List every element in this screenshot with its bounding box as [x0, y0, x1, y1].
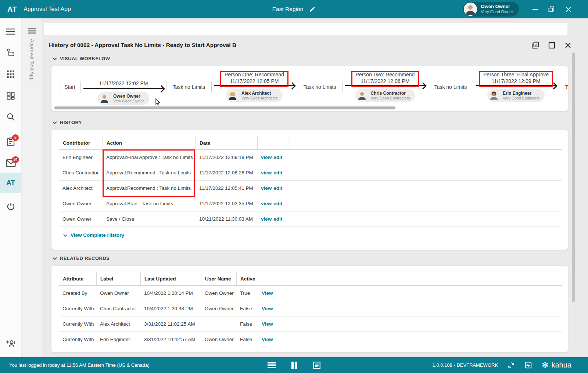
edit-link[interactable]: edit: [273, 170, 282, 175]
history-row: Erin Engineer Approval:Final Approve : T…: [59, 150, 562, 165]
person-avatar: [99, 93, 110, 104]
workflow-step: Person Three: Final Approve 11/17/2022 1…: [473, 71, 559, 102]
sidebar-item-add-users[interactable]: [0, 336, 21, 351]
maximize-panel-button[interactable]: [548, 41, 556, 49]
version-label: 1.0.0.108 - DEVFRAMEWORK: [433, 362, 498, 368]
view-link[interactable]: view: [261, 185, 272, 191]
user-name: Owen Owner: [481, 4, 513, 10]
hamburger-icon: [6, 28, 15, 35]
section-history[interactable]: HISTORY: [53, 120, 82, 125]
history-table-header: Contributor Action Date: [59, 136, 562, 150]
window-minimize-button[interactable]: [531, 5, 539, 14]
related-row: Currently With Chris Contractor 10/4/202…: [59, 301, 562, 316]
view-link[interactable]: view: [261, 201, 272, 206]
sidebar-item-workflow[interactable]: [0, 46, 21, 60]
edit-link[interactable]: edit: [273, 216, 282, 222]
kahua-wordmark: kahua: [552, 361, 572, 369]
open-in-window-button[interactable]: 2: [531, 41, 539, 49]
visual-workflow-card: Start 11/17/2022 12:02 PM Owen OwnerVery…: [51, 66, 568, 111]
sidebar-item-approval-test-app-active[interactable]: AT: [0, 173, 21, 193]
related-records-table: Attribute Label Last Updated User Name A…: [59, 272, 562, 347]
kahua-brand: ✻ kahua: [542, 361, 571, 369]
workflow-node-task-clipped[interactable]: Task no Limits: [559, 81, 568, 93]
titlebar: AT Approval Test App East Region Owen Ow…: [0, 0, 588, 18]
workflow-person-pill: Owen OwnerVery Good Owner: [98, 92, 149, 105]
power-icon: [6, 202, 15, 211]
section-visual-workflow[interactable]: VISUAL WORKFLOW: [53, 56, 110, 61]
history-row: Owen Owner Approval:Start : Task no Limi…: [59, 196, 562, 211]
view-complete-history-link[interactable]: View Complete History: [63, 232, 562, 238]
chevron-down-icon: [53, 57, 57, 60]
statusbar: You last logged in today at 11:56 AM Eas…: [0, 357, 588, 373]
chevron-down-icon: [53, 257, 57, 260]
workflow-node-start[interactable]: Start: [59, 81, 81, 93]
view-link[interactable]: View: [262, 306, 273, 311]
view-link[interactable]: View: [262, 290, 273, 296]
history-row: Alex Architect Approval:Recommend : Task…: [59, 181, 562, 196]
detail-view-button[interactable]: [313, 362, 320, 369]
main-area: History of 0002 - Approval Task No Limit…: [42, 18, 588, 357]
user-menu[interactable]: Owen Owner Very Good Owner: [463, 2, 519, 17]
split-view-button[interactable]: [291, 362, 298, 369]
history-card: Contributor Action Date Erin Engineer Ap…: [51, 130, 568, 250]
sidebar-item-messages[interactable]: 34: [0, 156, 21, 170]
workflow-step: 11/17/2022 12:02 PM Owen OwnerVery Good …: [81, 71, 166, 105]
app-title: Approval Test App: [24, 6, 71, 12]
view-link[interactable]: view: [261, 170, 272, 175]
sidebar-divider: [0, 124, 21, 124]
related-records-card: Attribute Label Last Updated User Name A…: [51, 266, 568, 352]
related-row: Currently With Erin Engineer 3/31/2022 1…: [59, 332, 562, 347]
rail-menu-button[interactable]: [22, 23, 42, 38]
rail-app-title: Approval Test App: [29, 39, 35, 81]
menu-hamburger-button[interactable]: [0, 24, 21, 39]
workflow-horizontal-scrollbar[interactable]: [54, 106, 395, 109]
workflow-step-label-highlighted: Person Three: Final Approve 11/17/2022 1…: [479, 71, 553, 87]
workflow-node-task[interactable]: Task no Limits: [428, 81, 473, 93]
add-person-icon: [6, 339, 16, 348]
apps-grid-icon: [6, 70, 15, 79]
edit-link[interactable]: edit: [273, 201, 282, 206]
chevron-down-icon: [53, 121, 57, 124]
workflow-person-pill: Erin EngineerVery Good Engineers: [487, 89, 545, 102]
sidebar-item-apps[interactable]: [0, 67, 21, 82]
workflow-step: Person One: Recommend 11/17/2022 12:05 P…: [212, 71, 297, 102]
workflow-node-task[interactable]: Task no Limits: [297, 81, 343, 93]
window-close-button[interactable]: [564, 5, 573, 14]
edit-link[interactable]: edit: [273, 155, 282, 160]
page-title: History of 0002 - Approval Task No Limit…: [49, 42, 236, 48]
history-row: Chris Contractor Approval:Recommend : Ta…: [59, 165, 562, 181]
sidebar-item-logout[interactable]: [0, 199, 21, 214]
person-avatar: [488, 90, 499, 101]
dashboard-icon: [6, 91, 15, 100]
list-view-button[interactable]: [268, 362, 276, 368]
user-role: Very Good Owner: [481, 10, 513, 14]
activity-log-button[interactable]: [524, 361, 532, 369]
tasks-badge: 5: [12, 134, 19, 141]
section-related-records[interactable]: RELATED RECORDS: [53, 256, 110, 261]
view-link[interactable]: view: [261, 155, 272, 160]
edit-region-icon[interactable]: [309, 6, 316, 12]
sync-button[interactable]: [508, 362, 515, 369]
sidebar-item-tasks[interactable]: 5: [0, 134, 21, 149]
chevron-down-icon: [63, 234, 68, 237]
workflow-person-pill: Chris ContractorVery Good Contractors: [355, 89, 415, 102]
history-row: Owen Owner Save / Close 10/21/2022 11:30…: [59, 211, 562, 227]
region-label: East Region: [272, 6, 303, 12]
workflow-step-label: 11/17/2022 12:02 PM: [99, 71, 148, 87]
view-link[interactable]: view: [261, 216, 272, 222]
messages-badge: 34: [12, 156, 19, 163]
view-link[interactable]: View: [262, 321, 273, 327]
search-icon: [6, 112, 15, 122]
person-avatar: [227, 90, 238, 101]
person-avatar: [356, 90, 368, 101]
window-restore-button[interactable]: [547, 5, 556, 14]
workflow-node-task[interactable]: Task no Limits: [166, 81, 212, 93]
close-panel-button[interactable]: [564, 41, 572, 49]
workflow-step: Person Two: Recommend 11/17/2022 12:06 P…: [343, 71, 428, 102]
panel-vertical-scrollbar[interactable]: [572, 52, 575, 302]
edit-link[interactable]: edit: [273, 185, 282, 191]
history-table: Contributor Action Date Erin Engineer Ap…: [59, 136, 562, 227]
sidebar-item-search[interactable]: [0, 109, 21, 124]
sidebar-item-dashboard[interactable]: [0, 88, 21, 103]
view-link[interactable]: View: [262, 337, 273, 342]
